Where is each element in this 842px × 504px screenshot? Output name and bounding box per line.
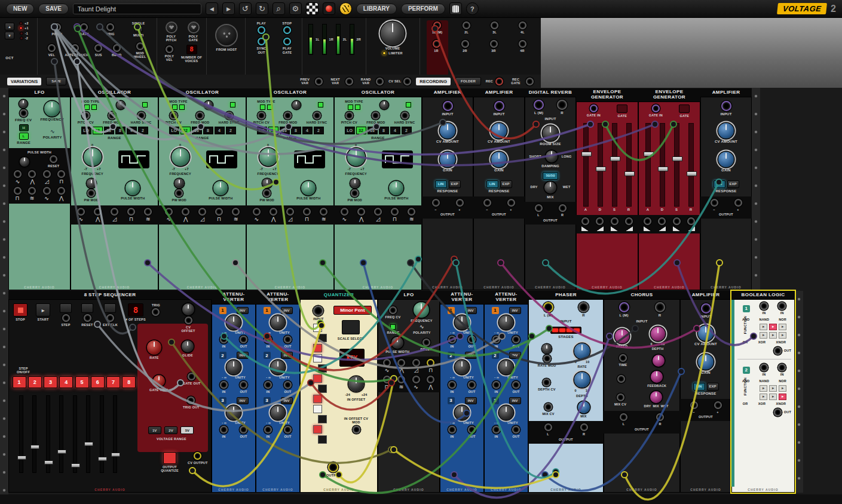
lin-button[interactable]: LIN [693, 383, 705, 391]
prev-patch-icon[interactable] [206, 2, 218, 15]
pitch-jack[interactable] [53, 23, 61, 31]
tri-out-jack[interactable] [270, 208, 277, 216]
output-quantize-button[interactable] [163, 452, 176, 464]
frequency-knob[interactable] [347, 148, 365, 166]
attack-slider[interactable] [583, 123, 589, 207]
output-r-jack[interactable] [656, 413, 664, 421]
scale-key[interactable] [313, 374, 322, 383]
out-3l-jack[interactable] [491, 21, 498, 29]
function-button[interactable] [769, 394, 777, 400]
gate-time-knob[interactable] [153, 375, 165, 387]
step-button-1[interactable]: 1 [13, 376, 26, 388]
step-slider[interactable] [86, 395, 90, 473]
input-jack[interactable] [701, 303, 711, 314]
step-slider[interactable] [100, 395, 104, 473]
pulse-width-knob[interactable] [213, 181, 228, 195]
in-a-jack[interactable] [760, 302, 768, 310]
function-button[interactable] [760, 394, 767, 400]
in-jack[interactable] [220, 381, 228, 389]
sine-out-jack[interactable] [165, 208, 173, 216]
range-2-button[interactable]: 2 [402, 127, 412, 134]
step-button-3[interactable]: 3 [44, 376, 57, 388]
sine-out-jack[interactable] [77, 208, 85, 216]
pw-mod-knob[interactable] [174, 179, 184, 188]
end-out-jack[interactable] [687, 217, 695, 225]
out-jack[interactable] [512, 426, 520, 434]
mix-cv-jack[interactable] [544, 403, 552, 411]
cv-amount-knob[interactable] [440, 123, 455, 139]
freq-mod-jack[interactable] [196, 112, 204, 119]
depth-knob[interactable] [574, 372, 590, 388]
mod-type-led[interactable] [84, 105, 90, 110]
out-jack[interactable] [383, 376, 391, 383]
out-jack[interactable] [468, 381, 476, 389]
square-out-jack[interactable] [127, 208, 135, 216]
rec-gate-jack[interactable] [526, 78, 534, 85]
mix-cv-jack[interactable] [617, 394, 624, 401]
poly-pitch-din-icon[interactable] [166, 21, 177, 33]
gain-knob[interactable] [491, 152, 507, 167]
freq-cv-jack[interactable] [20, 109, 27, 117]
scale-key[interactable] [313, 324, 322, 332]
pitch-cv-jack[interactable] [82, 112, 90, 119]
volume-knob[interactable] [381, 21, 405, 45]
single-multi-toggle[interactable] [134, 26, 143, 32]
glide-knob[interactable] [182, 340, 194, 352]
poly-vel-jack[interactable] [166, 45, 173, 53]
input-jack[interactable] [313, 306, 323, 316]
out-1r-jack[interactable] [433, 40, 440, 48]
function-button[interactable] [760, 332, 767, 339]
freq-mod-jack[interactable] [372, 112, 379, 119]
mod-amount-knob[interactable] [204, 101, 213, 109]
range-lo-button[interactable]: LO [169, 127, 179, 134]
mod-type-led[interactable] [355, 105, 360, 110]
function-button-active[interactable] [769, 324, 777, 330]
output-plus-jack[interactable] [714, 401, 722, 409]
reset-jack[interactable] [84, 314, 91, 322]
exp-button[interactable]: EXP [707, 383, 719, 391]
rec-jack[interactable] [495, 78, 503, 85]
output-minus-jack[interactable] [690, 401, 698, 409]
input-jack[interactable] [443, 101, 453, 111]
output-l-jack[interactable] [544, 423, 552, 431]
out-3r-jack[interactable] [490, 40, 498, 48]
range-lo-button[interactable]: LO [257, 127, 267, 134]
range-8-button[interactable]: 8 [379, 127, 389, 134]
in-b-jack[interactable] [778, 302, 786, 310]
noise-out-jack[interactable] [408, 208, 415, 216]
gain-knob[interactable] [698, 354, 714, 370]
pw-mod-jack[interactable] [263, 189, 271, 197]
output-plus-jack[interactable] [507, 199, 515, 207]
noise-out-jack[interactable] [144, 208, 152, 216]
play-jack[interactable] [258, 26, 265, 34]
step-slider[interactable] [113, 395, 117, 473]
frequency-knob[interactable] [84, 148, 102, 166]
oct-down-button[interactable]: ▼ [5, 32, 14, 39]
output-plus-jack[interactable] [734, 199, 742, 207]
pitch-cv-jack[interactable] [345, 112, 353, 119]
noise-out-jack[interactable] [232, 208, 240, 216]
range-4-button[interactable]: 4 [390, 127, 400, 134]
tri-out-jack[interactable] [182, 208, 189, 216]
range-2v-button[interactable]: 2V [164, 426, 177, 434]
inv-button[interactable]: INV [465, 352, 477, 359]
decay-slider[interactable] [598, 123, 603, 207]
zoom-icon[interactable] [272, 2, 285, 15]
saw-out-jack[interactable] [374, 208, 382, 216]
step-slider[interactable] [19, 395, 23, 473]
scale-key[interactable] [318, 364, 327, 373]
out-jack[interactable] [284, 381, 292, 389]
exp-button[interactable]: EXP [500, 180, 512, 188]
range-32-button[interactable]: 32 [93, 127, 103, 134]
exp-button[interactable]: EXP [727, 180, 739, 188]
room-size-knob[interactable] [543, 125, 558, 141]
tri-out-jack[interactable] [28, 170, 36, 178]
inv-button[interactable]: INV [509, 397, 521, 404]
pulse-width-knob[interactable] [20, 157, 29, 167]
time-knob[interactable] [653, 355, 665, 367]
output-l-jack[interactable] [535, 204, 543, 212]
square-out-jack[interactable] [57, 170, 65, 178]
range-32-button[interactable]: 32 [180, 127, 191, 134]
mix-knob[interactable] [578, 401, 590, 413]
output-l-jack[interactable] [620, 413, 627, 421]
